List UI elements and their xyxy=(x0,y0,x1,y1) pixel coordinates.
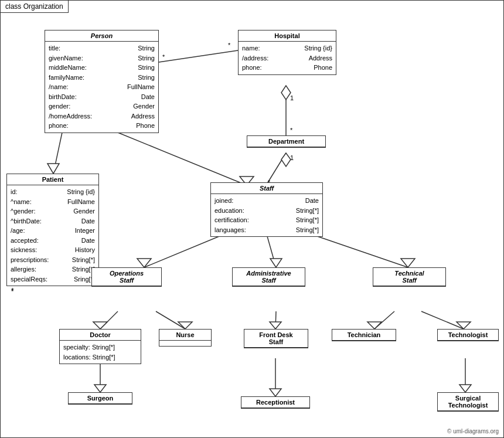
svg-line-29 xyxy=(421,311,464,329)
class-receptionist-name: Receptionist xyxy=(241,397,309,408)
class-doctor-attrs: specialty: String[*] locations: String[*… xyxy=(60,341,141,364)
class-person: Person title:String givenName:String mid… xyxy=(45,30,159,133)
svg-marker-28 xyxy=(367,322,382,329)
svg-line-15 xyxy=(144,232,229,267)
svg-marker-34 xyxy=(270,389,281,396)
class-nurse-name: Nurse xyxy=(159,330,211,341)
svg-line-0 xyxy=(159,50,238,62)
svg-text:1: 1 xyxy=(290,94,294,101)
svg-marker-32 xyxy=(94,385,106,392)
svg-line-19 xyxy=(305,232,408,267)
class-hospital-name: Hospital xyxy=(239,30,336,42)
svg-line-13 xyxy=(118,133,247,185)
svg-text:*: * xyxy=(162,53,165,60)
diagram-container: class Organization * * 1 * 1 * xyxy=(0,0,504,438)
svg-marker-22 xyxy=(93,322,107,329)
svg-marker-30 xyxy=(457,322,471,329)
class-technologist: Technologist xyxy=(437,329,499,341)
class-technical-staff: TechnicalStaff xyxy=(373,267,446,287)
class-surgical-technologist-name: SurgicalTechnologist xyxy=(438,393,498,411)
svg-text:*: * xyxy=(228,42,231,49)
svg-marker-16 xyxy=(137,259,151,267)
class-person-attrs: title:String givenName:String middleName… xyxy=(45,42,158,133)
class-hospital-attrs: name:String {id} /address:Address phone:… xyxy=(239,42,336,74)
class-department: Department xyxy=(247,135,326,148)
class-nurse: Nurse xyxy=(159,329,212,347)
class-doctor: Doctor specialty: String[*] locations: S… xyxy=(59,329,141,364)
class-technician: Technician xyxy=(332,329,396,341)
class-technologist-name: Technologist xyxy=(438,330,498,341)
class-staff-name: Staff xyxy=(211,183,322,194)
class-person-name: Person xyxy=(45,30,158,42)
svg-marker-12 xyxy=(47,164,59,174)
class-surgical-technologist: SurgicalTechnologist xyxy=(437,392,499,412)
class-patient-name: Patient xyxy=(7,174,98,185)
svg-line-7 xyxy=(266,153,286,185)
class-front-desk: Front DeskStaff xyxy=(244,329,308,348)
class-patient-attrs: id:String {id} ^name:FullName ^gender:Ge… xyxy=(7,185,98,286)
svg-marker-36 xyxy=(459,385,471,392)
svg-line-25 xyxy=(275,311,276,329)
svg-line-23 xyxy=(156,311,185,329)
svg-marker-20 xyxy=(401,259,415,267)
class-staff: Staff joined:Date education:String[*] ce… xyxy=(210,182,323,237)
diagram-title: class Organization xyxy=(1,1,69,13)
class-front-desk-name: Front DeskStaff xyxy=(244,330,308,348)
class-surgeon: Surgeon xyxy=(68,392,132,405)
svg-line-27 xyxy=(374,311,394,329)
class-doctor-name: Doctor xyxy=(60,330,141,341)
class-technician-name: Technician xyxy=(332,330,396,341)
svg-marker-24 xyxy=(178,322,192,329)
class-operations-staff-name: OperationsStaff xyxy=(92,268,161,286)
class-receptionist: Receptionist xyxy=(241,396,310,409)
svg-line-11 xyxy=(53,133,62,174)
class-technical-staff-name: TechnicalStaff xyxy=(373,268,445,286)
class-surgeon-name: Surgeon xyxy=(69,393,132,404)
class-operations-staff: OperationsStaff xyxy=(91,267,162,287)
svg-line-17 xyxy=(266,232,276,267)
svg-text:1: 1 xyxy=(290,154,294,161)
svg-marker-4 xyxy=(281,86,291,100)
copyright: © uml-diagrams.org xyxy=(447,428,499,434)
class-department-name: Department xyxy=(247,136,325,147)
class-hospital: Hospital name:String {id} /address:Addre… xyxy=(238,30,336,75)
class-admin-staff-name: AdministrativeStaff xyxy=(233,268,305,286)
svg-text:*: * xyxy=(290,127,293,134)
svg-marker-26 xyxy=(270,322,281,329)
svg-line-21 xyxy=(100,311,118,329)
class-admin-staff: AdministrativeStaff xyxy=(232,267,305,287)
svg-marker-18 xyxy=(270,259,282,267)
patient-star: * xyxy=(11,287,14,295)
class-patient: Patient id:String {id} ^name:FullName ^g… xyxy=(6,174,99,286)
class-staff-attrs: joined:Date education:String[*] certific… xyxy=(211,194,322,236)
svg-marker-8 xyxy=(281,153,291,167)
